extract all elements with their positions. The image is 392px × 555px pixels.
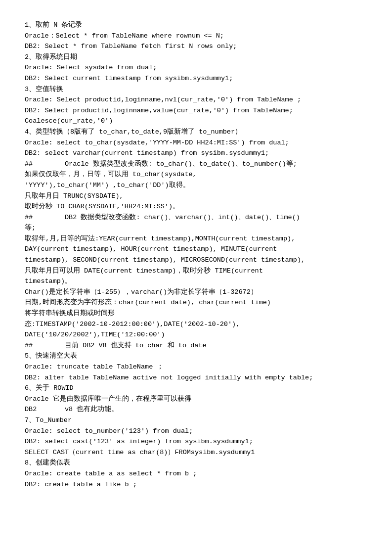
document-content: 1、取前 N 条记录 Oracle：Select * from TableNam…	[25, 20, 367, 490]
